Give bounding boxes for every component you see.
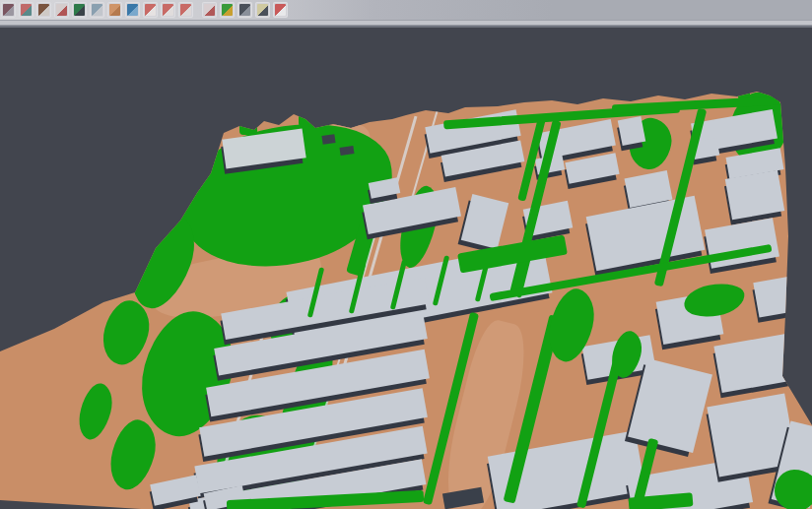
shed-rows-roof [628,358,712,453]
dark-structure [321,134,335,145]
checker-grid-icon-glyph [204,4,215,16]
red-ring-icon[interactable] [161,2,175,18]
vegetation-patch [103,415,162,494]
building-roof [565,153,619,184]
red-flag-bars-icon[interactable] [273,2,288,18]
terrain-mountain-icon-glyph [38,4,49,16]
tree-line [775,470,812,509]
building-roof [753,273,812,317]
selection-frame-icon-glyph [180,4,191,16]
control-points-icon[interactable] [54,2,69,18]
vegetation-patch [239,123,257,135]
red-ring-icon-glyph [163,4,173,16]
water-column-icon-glyph [92,4,102,16]
vegetation-patch [299,111,312,127]
vegetation-hill-icon-glyph [74,4,85,16]
vegetation-patch [74,380,117,443]
orthophoto-tile-icon-glyph [109,4,120,16]
point-cloud-terrain [0,0,812,509]
point-pair-icon-glyph [21,4,32,16]
point-pair-icon[interactable] [19,2,34,18]
orthophoto-tile-icon[interactable] [107,2,122,18]
3d-viewport[interactable] [0,0,812,509]
dark-sphere-icon-glyph [239,4,250,16]
mesh-texture-icon[interactable] [1,2,16,18]
window-header [0,0,812,28]
water-column-icon[interactable] [90,2,104,18]
toolbar [0,0,812,20]
building-roof [713,334,793,393]
classification-map-icon[interactable] [220,2,235,18]
annotation-board-icon[interactable] [255,2,270,18]
building-roof [618,116,646,146]
application-window: { "app": { "viewport_background": "#4245… [0,0,812,509]
dark-sphere-icon[interactable] [237,2,252,18]
mesh-texture-icon-glyph [3,4,14,16]
checker-grid-icon[interactable] [202,2,217,18]
control-points-icon-glyph [56,4,67,16]
building-roof [725,170,784,221]
classification-map-icon-glyph [222,4,233,16]
vegetation-hill-icon[interactable] [72,2,87,18]
red-layers-icon[interactable] [143,2,158,18]
globe-icon[interactable] [125,2,140,18]
building-roof [461,194,508,249]
toolbar-separator [0,20,812,28]
annotation-board-icon-glyph [257,4,268,16]
terrain-mountain-icon[interactable] [36,2,51,18]
red-layers-icon-glyph [145,4,156,16]
red-flag-bars-icon-glyph [275,4,286,16]
selection-frame-icon[interactable] [178,2,193,18]
globe-icon-glyph [127,4,138,16]
